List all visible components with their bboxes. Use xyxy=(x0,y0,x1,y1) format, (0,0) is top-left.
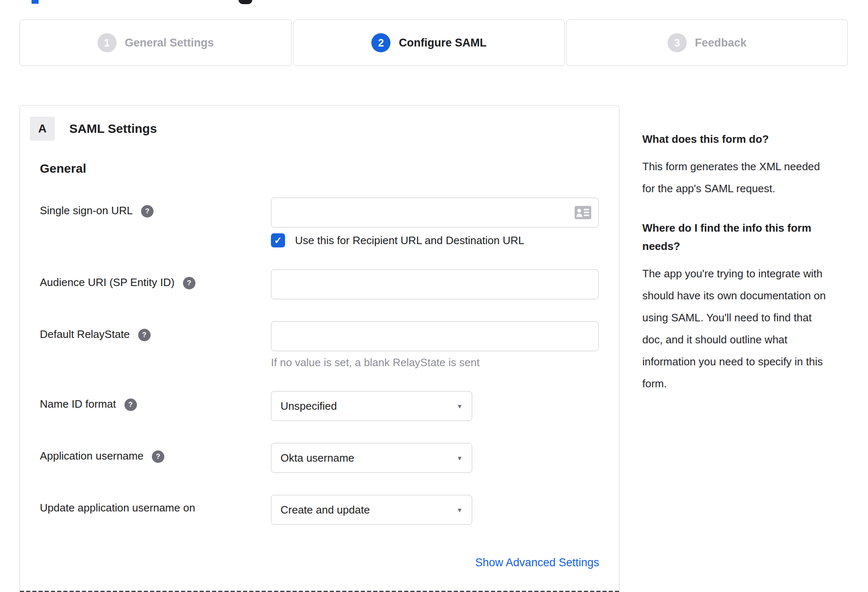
advanced-settings-row: Show Advanced Settings xyxy=(40,556,599,569)
panel-header: A SAML Settings xyxy=(30,117,619,141)
step-number-badge: 1 xyxy=(98,33,117,52)
step-number-badge: 3 xyxy=(668,33,687,52)
sso-url-row: Single sign-on URL ? xyxy=(40,198,599,247)
sidebar-answer-2: The app you're trying to integrate with … xyxy=(642,263,850,395)
step-label: General Settings xyxy=(125,37,214,49)
recipient-url-checkbox[interactable]: ✓ xyxy=(271,233,285,247)
help-icon[interactable]: ? xyxy=(152,450,164,463)
main-content: A SAML Settings General Single sign-on U… xyxy=(20,105,850,592)
relay-state-hint: If no value is set, a blank RelayState i… xyxy=(271,356,599,369)
help-icon[interactable]: ? xyxy=(138,329,151,341)
name-id-format-row: Name ID format ? Unspecified ▼ xyxy=(40,391,599,421)
application-username-label: Application username xyxy=(40,450,144,462)
name-id-format-label-wrap: Name ID format ? xyxy=(40,391,271,411)
general-section-title: General xyxy=(40,161,599,176)
name-id-format-value: Unspecified xyxy=(280,400,337,413)
panel-title: SAML Settings xyxy=(69,122,157,136)
relay-state-label-wrap: Default RelayState ? xyxy=(40,321,271,341)
relay-state-input[interactable] xyxy=(271,321,599,351)
step-feedback[interactable]: 3 Feedback xyxy=(566,20,848,66)
sidebar-question-1: What does this form do? xyxy=(642,130,850,148)
show-advanced-settings-link[interactable]: Show Advanced Settings xyxy=(475,556,599,569)
update-username-row: Update application username on Create an… xyxy=(40,495,599,525)
relay-state-label: Default RelayState xyxy=(40,328,130,341)
sso-url-label: Single sign-on URL xyxy=(40,204,133,217)
update-username-value: Create and update xyxy=(280,504,370,516)
help-icon[interactable]: ? xyxy=(183,277,195,289)
step-number-badge: 2 xyxy=(371,33,390,52)
step-label: Configure SAML xyxy=(399,37,486,49)
sidebar-answer-1: This form generates the XML needed for t… xyxy=(642,156,850,200)
application-username-label-wrap: Application username ? xyxy=(40,443,271,463)
update-username-select[interactable]: Create and update ▼ xyxy=(271,495,472,525)
application-username-row: Application username ? Okta username ▼ xyxy=(40,443,599,473)
section-a-badge: A xyxy=(30,117,55,141)
audience-uri-input[interactable] xyxy=(271,269,599,299)
application-username-value: Okta username xyxy=(280,452,354,465)
recipient-url-checkbox-label: Use this for Recipient URL and Destinati… xyxy=(295,234,524,247)
audience-uri-label-wrap: Audience URI (SP Entity ID) ? xyxy=(40,269,271,289)
application-username-select[interactable]: Okta username ▼ xyxy=(271,443,472,473)
step-label: Feedback xyxy=(695,37,747,49)
saml-settings-panel: A SAML Settings General Single sign-on U… xyxy=(20,105,619,592)
relay-state-row: Default RelayState ? If no value is set,… xyxy=(40,321,599,369)
audience-uri-label: Audience URI (SP Entity ID) xyxy=(40,276,175,289)
chevron-down-icon: ▼ xyxy=(456,506,463,514)
update-username-label: Update application username on xyxy=(40,501,195,514)
help-icon[interactable]: ? xyxy=(141,205,154,218)
name-id-format-label: Name ID format xyxy=(40,398,116,411)
wizard-stepper: 1 General Settings 2 Configure SAML 3 Fe… xyxy=(20,20,848,66)
sso-url-label-wrap: Single sign-on URL ? xyxy=(40,198,271,218)
help-sidebar: What does this form do? This form genera… xyxy=(642,105,850,395)
step-general-settings[interactable]: 1 General Settings xyxy=(20,20,292,66)
recipient-url-checkbox-row: ✓ Use this for Recipient URL and Destina… xyxy=(271,233,599,247)
cut-off-dark-icon-fragment xyxy=(239,0,252,4)
chevron-down-icon: ▼ xyxy=(456,455,463,462)
chevron-down-icon: ▼ xyxy=(456,403,463,410)
sso-url-input[interactable] xyxy=(271,198,599,228)
name-id-format-select[interactable]: Unspecified ▼ xyxy=(271,391,472,421)
help-icon[interactable]: ? xyxy=(124,399,137,411)
audience-uri-row: Audience URI (SP Entity ID) ? xyxy=(40,269,599,299)
sidebar-question-2: Where do I find the info this form needs… xyxy=(642,219,850,255)
update-username-label-wrap: Update application username on xyxy=(40,495,271,514)
step-configure-saml[interactable]: 2 Configure SAML xyxy=(293,20,565,66)
contact-card-icon[interactable] xyxy=(575,206,591,221)
cut-off-blue-fragment xyxy=(32,0,39,4)
